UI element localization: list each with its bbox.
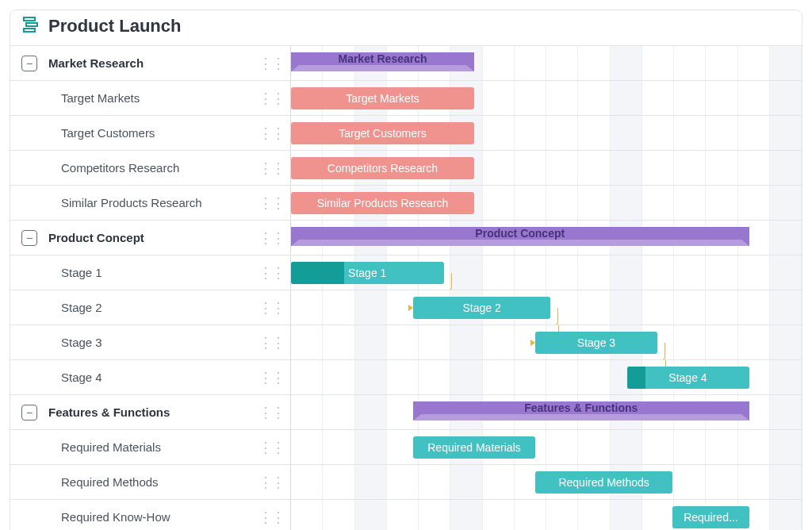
progress-fill xyxy=(291,262,344,284)
drag-handle-icon[interactable]: ⋮⋮ xyxy=(259,264,284,282)
drag-handle-icon[interactable]: ⋮⋮ xyxy=(259,55,284,72)
gantt-header: Product Launch xyxy=(10,10,802,45)
task-label: Stage 1 xyxy=(21,266,259,279)
group-label: Market Research xyxy=(48,56,259,70)
timeline-cell: Required... xyxy=(291,500,802,530)
task-bar[interactable]: Similar Products Research xyxy=(291,192,474,214)
collapse-toggle[interactable]: − xyxy=(21,56,37,71)
timeline-cell: Target Markets xyxy=(291,81,802,115)
timeline-cell: Market Research xyxy=(291,46,802,80)
task-label: Required Materials xyxy=(21,440,259,454)
task-label: Target Customers xyxy=(21,126,259,140)
task-label: Stage 3 xyxy=(21,336,259,349)
drag-handle-icon[interactable]: ⋮⋮ xyxy=(259,369,284,386)
task-bar-label: Target Customers xyxy=(339,127,426,140)
task-bar[interactable]: Target Markets xyxy=(291,87,474,109)
timeline-cell: Similar Products Research xyxy=(291,186,802,220)
task-row: Required Methods ⋮⋮ Required Methods xyxy=(10,464,802,499)
svg-rect-2 xyxy=(24,29,35,32)
group-row: − Features & Functions ⋮⋮ Features & Fun… xyxy=(10,394,802,429)
project-title: Product Launch xyxy=(48,16,181,36)
timeline-cell: Stage 1 xyxy=(291,255,802,290)
task-label: Similar Products Research xyxy=(21,196,259,209)
drag-handle-icon[interactable]: ⋮⋮ xyxy=(259,509,284,526)
task-row: Target Customers ⋮⋮ Target Customers xyxy=(10,115,802,150)
group-bar[interactable]: Features & Functions xyxy=(413,401,749,421)
drag-handle-icon[interactable]: ⋮⋮ xyxy=(259,404,284,421)
task-row: Similar Products Research ⋮⋮ Similar Pro… xyxy=(10,185,802,220)
timeline-cell: Product Concept xyxy=(291,221,802,255)
task-bar[interactable]: Stage 3 xyxy=(535,332,657,354)
task-bar-label: Stage 2 xyxy=(462,301,500,314)
group-bar-label: Product Concept xyxy=(291,227,749,240)
drag-handle-icon[interactable]: ⋮⋮ xyxy=(259,229,284,247)
collapse-toggle[interactable]: − xyxy=(21,230,37,246)
task-row: Required Materials ⋮⋮ Required Materials xyxy=(10,429,802,464)
svg-rect-0 xyxy=(24,17,35,21)
task-bar[interactable]: Target Customers xyxy=(291,122,474,144)
task-row: Stage 1 ⋮⋮ Stage 1 xyxy=(10,255,802,290)
task-bar-label: Competitors Research xyxy=(327,162,438,175)
gantt-chart: Product Launch − Market Research ⋮⋮ Mark… xyxy=(10,10,802,530)
group-row: − Product Concept ⋮⋮ Product Concept xyxy=(10,220,802,255)
task-row: Competitors Research ⋮⋮ Competitors Rese… xyxy=(10,150,802,185)
task-label: Stage 4 xyxy=(21,371,259,384)
task-bar-label: Stage 4 xyxy=(668,371,707,384)
timeline-cell: Required Materials xyxy=(291,430,802,464)
task-bar-label: Required... xyxy=(684,511,737,524)
task-bar-label: Stage 1 xyxy=(348,267,386,279)
group-label: Product Concept xyxy=(48,231,259,244)
group-label: Features & Functions xyxy=(48,405,259,419)
task-row: Stage 2 ⋮⋮ Stage 2 xyxy=(10,290,802,325)
drag-handle-icon[interactable]: ⋮⋮ xyxy=(259,125,284,142)
svg-rect-1 xyxy=(26,23,37,26)
group-bar-label: Features & Functions xyxy=(413,401,749,414)
group-bar-label: Market Research xyxy=(291,52,474,65)
timeline-cell: Features & Functions xyxy=(291,395,802,429)
drag-handle-icon[interactable]: ⋮⋮ xyxy=(259,90,284,107)
drag-handle-icon[interactable]: ⋮⋮ xyxy=(259,194,284,212)
task-bar-label: Similar Products Research xyxy=(317,197,449,209)
collapse-toggle[interactable]: − xyxy=(21,405,37,421)
timeline-cell: Stage 3 xyxy=(291,325,802,359)
timeline-cell: Stage 4 xyxy=(291,360,802,394)
drag-handle-icon[interactable]: ⋮⋮ xyxy=(259,334,284,351)
timeline-cell: Competitors Research xyxy=(291,151,802,185)
task-label: Required Know-How xyxy=(21,510,259,524)
task-bar-label: Required Methods xyxy=(558,476,649,489)
gantt-icon xyxy=(21,15,40,37)
task-bar[interactable]: Required Materials xyxy=(413,436,535,459)
task-bar-label: Target Markets xyxy=(346,92,419,105)
task-label: Competitors Research xyxy=(21,161,259,175)
task-bar-label: Required Materials xyxy=(427,441,521,454)
task-row: Target Markets ⋮⋮ Target Markets xyxy=(10,80,802,115)
task-bar[interactable]: Required... xyxy=(672,506,749,528)
timeline-cell: Required Methods xyxy=(291,465,802,499)
task-bar[interactable]: Stage 1 xyxy=(291,262,444,284)
task-bar[interactable]: Stage 4 xyxy=(627,367,749,389)
task-row: Required Know-How ⋮⋮ Required... xyxy=(10,499,802,530)
group-row: − Market Research ⋮⋮ Market Research xyxy=(10,45,802,80)
task-row: Stage 3 ⋮⋮ Stage 3 xyxy=(10,325,802,359)
drag-handle-icon[interactable]: ⋮⋮ xyxy=(259,159,284,177)
timeline-cell: Stage 2 xyxy=(291,290,802,325)
task-bar[interactable]: Required Methods xyxy=(535,471,672,494)
task-label: Required Methods xyxy=(21,475,259,489)
drag-handle-icon[interactable]: ⋮⋮ xyxy=(259,299,284,317)
group-bar[interactable]: Market Research xyxy=(291,52,474,71)
task-row: Stage 4 ⋮⋮ Stage 4 xyxy=(10,359,802,394)
task-bar-label: Stage 3 xyxy=(577,336,615,349)
timeline-cell: Target Customers xyxy=(291,116,802,150)
group-bar[interactable]: Product Concept xyxy=(291,227,749,246)
drag-handle-icon[interactable]: ⋮⋮ xyxy=(259,474,284,491)
task-label: Stage 2 xyxy=(21,301,259,314)
task-bar[interactable]: Stage 2 xyxy=(413,297,550,319)
task-label: Target Markets xyxy=(21,91,259,105)
drag-handle-icon[interactable]: ⋮⋮ xyxy=(259,439,284,456)
progress-fill xyxy=(627,367,645,389)
task-bar[interactable]: Competitors Research xyxy=(291,157,474,179)
